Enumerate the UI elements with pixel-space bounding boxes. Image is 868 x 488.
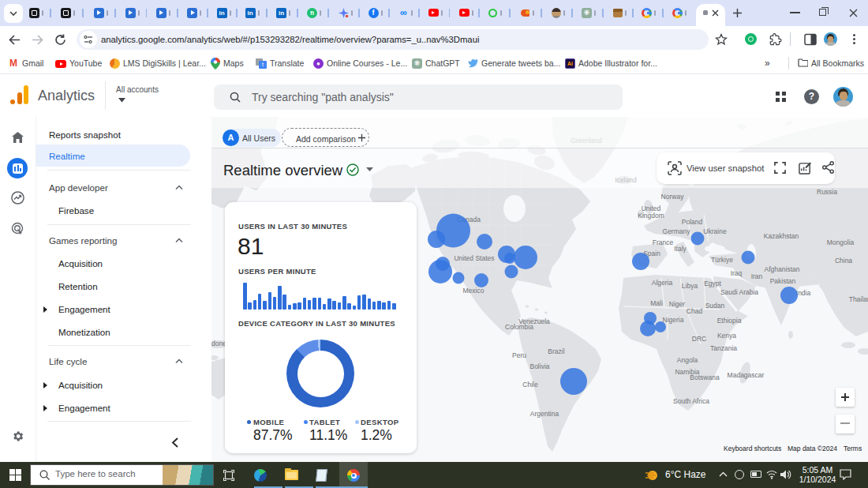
svg-text:Germany: Germany [663, 227, 691, 235]
svg-text:Egypt: Egypt [704, 280, 721, 287]
svg-text:Poland: Poland [682, 218, 703, 226]
svg-text:Chad: Chad [687, 307, 703, 315]
svg-text:Botswana: Botswana [690, 374, 720, 381]
svg-text:Tanzania: Tanzania [710, 344, 737, 352]
svg-text:Russia: Russia [817, 188, 837, 196]
svg-text:India: India [796, 289, 811, 297]
svg-text:Iraq: Iraq [731, 269, 743, 277]
svg-text:Ethiopia: Ethiopia [717, 317, 742, 325]
svg-text:Kazakhstan: Kazakhstan [764, 232, 799, 240]
svg-text:Türkiye: Türkiye [711, 256, 733, 264]
svg-text:Iran: Iran [751, 272, 763, 280]
svg-text:Angola: Angola [677, 356, 698, 364]
svg-text:France: France [653, 238, 674, 246]
svg-text:Mexico: Mexico [463, 287, 485, 295]
svg-text:Algeria: Algeria [652, 279, 673, 287]
svg-text:Niger: Niger [669, 300, 685, 308]
svg-text:Kenya: Kenya [717, 332, 736, 340]
svg-text:Mongolia: Mongolia [827, 238, 855, 246]
svg-text:Norway: Norway [661, 193, 685, 201]
svg-text:Colombia: Colombia [505, 323, 533, 331]
svg-text:Peru: Peru [512, 351, 526, 359]
svg-text:Libya: Libya [682, 282, 698, 290]
svg-text:Chile: Chile [522, 381, 538, 389]
svg-text:Pakistan: Pakistan [770, 277, 796, 285]
svg-text:Madagascar: Madagascar [728, 371, 765, 379]
svg-text:Saudi Arabia: Saudi Arabia [720, 288, 758, 296]
svg-text:DRC: DRC [692, 335, 706, 343]
svg-text:Italy: Italy [674, 245, 687, 253]
svg-text:Nigeria: Nigeria [663, 316, 684, 324]
svg-text:Ukraine: Ukraine [703, 227, 727, 235]
svg-text:Bolivia: Bolivia [529, 362, 549, 370]
svg-text:United States: United States [454, 254, 494, 262]
svg-text:Mali: Mali [650, 299, 663, 307]
svg-text:Argentina: Argentina [530, 410, 559, 418]
svg-text:Afghanistan: Afghanistan [765, 265, 800, 273]
svg-text:Sudan: Sudan [705, 302, 725, 310]
svg-text:China: China [835, 257, 852, 265]
svg-text:Kingdom: Kingdom [638, 212, 664, 220]
svg-text:Brazil: Brazil [548, 347, 564, 355]
svg-text:Thailand: Thailand [849, 295, 868, 303]
svg-text:South Africa: South Africa [673, 397, 709, 405]
